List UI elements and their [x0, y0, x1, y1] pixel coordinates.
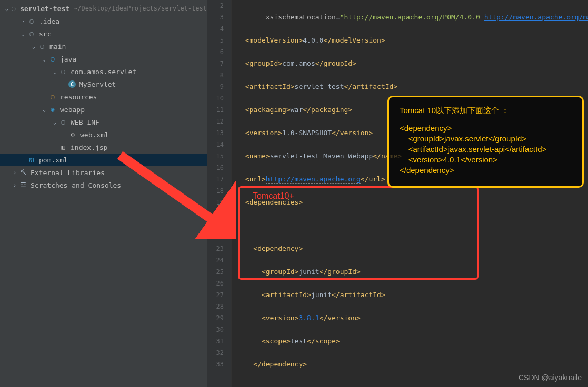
- gutter-line-number: 16: [207, 162, 224, 174]
- annotation-orange-box: Tomcat 10以下添加下面这个 ： <dependency> <groupI…: [387, 96, 584, 188]
- folder-icon: ▢: [27, 17, 36, 25]
- tree-root[interactable]: ⌄ ▢ servlet-test ~/Desktop/IdeaProjects/…: [0, 2, 207, 15]
- folder-icon: ▢: [27, 29, 36, 38]
- tree-main[interactable]: ⌄ ▢ main: [0, 40, 207, 53]
- tree-webinf[interactable]: ⌄ ▢ WEB-INF: [0, 116, 207, 128]
- tree-pom[interactable]: m pom.xml: [0, 154, 207, 166]
- gutter-line-number: 5: [207, 35, 224, 46]
- gutter-line-number: 2: [207, 0, 224, 12]
- gutter-line-number: 21: [207, 220, 224, 231]
- xml-icon: ⚙: [68, 130, 77, 139]
- tree-indexjsp[interactable]: ◧ index.jsp: [0, 141, 207, 154]
- chevron-right-icon: ›: [12, 182, 18, 188]
- tree-idea[interactable]: › ▢ .idea: [0, 15, 207, 27]
- gutter-line-number: 17: [207, 174, 224, 185]
- chevron-down-icon: ⌄: [4, 6, 9, 12]
- gutter-line-number: 6: [207, 46, 224, 58]
- project-tree[interactable]: ⌄ ▢ servlet-test ~/Desktop/IdeaProjects/…: [0, 0, 207, 387]
- tree-external-libs[interactable]: › ⛏ External Libraries: [0, 166, 207, 179]
- gutter-line-number: 9: [207, 81, 224, 93]
- gutter-line-number: 15: [207, 150, 224, 162]
- gutter-line-number: 24: [207, 254, 224, 266]
- gutter-line-number: 11: [207, 104, 224, 116]
- gutter-line-number: 14: [207, 139, 224, 150]
- gutter-line-number: 13: [207, 127, 224, 139]
- package-icon: ▢: [59, 67, 67, 76]
- folder-icon: ▢: [11, 4, 17, 13]
- project-name: servlet-test: [20, 5, 69, 13]
- folder-icon: ▢: [48, 55, 57, 63]
- chevron-down-icon: ⌄: [52, 119, 58, 125]
- tree-class[interactable]: C MyServlet: [0, 78, 207, 90]
- chevron-right-icon: ›: [20, 18, 26, 24]
- gutter-line-number: 33: [207, 359, 224, 370]
- project-path: ~/Desktop/IdeaProjects/servlet-test: [74, 5, 207, 12]
- class-icon: C: [68, 80, 76, 88]
- scratches-icon: ☲: [19, 181, 27, 189]
- gutter-line-number: 26: [207, 278, 224, 289]
- gutter-line-number: 29: [207, 312, 224, 324]
- tree-package[interactable]: ⌄ ▢ com.amos.servlet: [0, 65, 207, 78]
- gutter-line-number: 12: [207, 116, 224, 127]
- tree-webxml[interactable]: ⚙ web.xml: [0, 128, 207, 141]
- gutter-line-number: 23: [207, 243, 224, 254]
- tree-webapp[interactable]: ⌄ ◉ webapp: [0, 103, 207, 116]
- gutter-line-number: 3: [207, 12, 224, 23]
- chevron-down-icon: ⌄: [41, 107, 47, 113]
- code-editor[interactable]: 2345678910111213141516171819202122232425…: [207, 0, 588, 387]
- gutter-line-number: 32: [207, 347, 224, 359]
- gutter-line-number: 22: [207, 231, 224, 243]
- maven-icon: m: [27, 156, 36, 164]
- gutter-line-number: 25: [207, 266, 224, 278]
- resources-icon: ▢: [48, 93, 57, 101]
- tree-java[interactable]: ⌄ ▢ java: [0, 53, 207, 65]
- gutter-line-number: 7: [207, 58, 224, 69]
- tree-src[interactable]: ⌄ ▢ src: [0, 27, 207, 40]
- tree-scratches[interactable]: › ☲ Scratches and Consoles: [0, 179, 207, 191]
- folder-icon: ▢: [38, 42, 46, 50]
- library-icon: ⛏: [19, 168, 27, 177]
- gutter-line-number: 19: [207, 197, 224, 208]
- gutter-line-number: 20: [207, 208, 224, 220]
- gutter-line-number: 8: [207, 69, 224, 81]
- folder-icon: ▢: [59, 118, 67, 126]
- chevron-down-icon: ⌄: [52, 69, 58, 75]
- editor-code[interactable]: xsischemaLocation="http://maven.apache.o…: [232, 0, 588, 387]
- chevron-down-icon: ⌄: [31, 44, 37, 49]
- web-icon: ◉: [48, 105, 57, 114]
- gutter-line-number: 28: [207, 301, 224, 312]
- gutter-line-number: 30: [207, 324, 224, 335]
- tree-resources[interactable]: ▢ resources: [0, 90, 207, 103]
- gutter-line-number: 4: [207, 23, 224, 35]
- chevron-down-icon: ⌄: [20, 31, 26, 37]
- orange-box-title: Tomcat 10以下添加下面这个 ：: [400, 106, 572, 116]
- gutter-line-number: 31: [207, 335, 224, 347]
- jsp-icon: ◧: [59, 143, 67, 151]
- gutter-line-number: 27: [207, 289, 224, 301]
- chevron-down-icon: ⌄: [41, 56, 47, 62]
- gutter-line-number: 10: [207, 93, 224, 104]
- gutter-line-number: 18: [207, 185, 224, 197]
- editor-gutter: 2345678910111213141516171819202122232425…: [207, 0, 232, 387]
- chevron-right-icon: ›: [12, 170, 18, 176]
- watermark: CSDN @aiyakuaile: [519, 373, 582, 382]
